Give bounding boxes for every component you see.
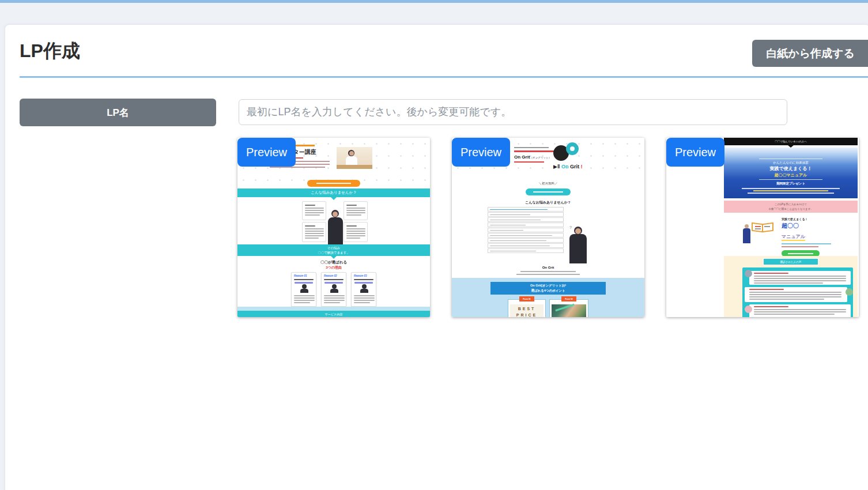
t2-typing-photo	[552, 304, 586, 317]
t1-cta-button	[307, 180, 360, 187]
t3-voices-banner: 購読された人の声	[763, 258, 818, 265]
t2-logo-text: ▶ǁ On Grit !	[553, 164, 582, 169]
t3-voices-section: 購読された人の声	[724, 256, 858, 317]
t3-offer-lead: 実践で使えまくる！	[782, 217, 845, 221]
t3-pink-banner: このLPを手に入れるだけで 今後〇〇に困ることはなくなります。	[724, 201, 858, 213]
t3-top-banner: 〇〇で悩んでいる○○の人へ	[724, 138, 858, 145]
t3-hero-line2: 実践で使えまくる！	[724, 165, 858, 172]
t1-reason-card-2: Reason 02	[321, 272, 346, 307]
t3-content: 〇〇で悩んでいる○○の人へ かんたんなのに効果抜群 実践で使えまくる！ 超〇〇マ…	[724, 138, 858, 317]
t2-worries-heading: こんなお悩みありませんか？	[452, 200, 644, 205]
preview-button-3[interactable]: Preview	[666, 138, 724, 167]
template-thumbnail-master-course[interactable]: Preview 〇〇マスター講座	[237, 138, 430, 317]
t3-offer-text: 実践で使えまくる！ 超〇〇 マニュアル	[782, 217, 845, 257]
main-panel: LP作成 白紙から作成する LP名 Preview 〇〇マスター講座	[5, 24, 868, 490]
preview-button-2[interactable]: Preview	[452, 138, 510, 167]
t3-voices-card	[742, 267, 853, 317]
t1-worries-banner: こんな悩みありませんか？	[237, 189, 430, 197]
t3-book-illustration	[742, 222, 776, 247]
t1-lightblue-strip	[237, 307, 430, 311]
t3-hero-section: かんたんなのに効果抜群 実践で使えまくる！ 超〇〇マニュアル 期間限定プレゼント	[724, 148, 858, 198]
lp-name-label: LP名	[20, 99, 216, 126]
t1-hero-photo	[337, 147, 372, 169]
t2-brand-title: On Grit	[514, 154, 530, 160]
t2-worries-list	[488, 207, 564, 254]
t1-reason-card-1: Reason 01	[291, 272, 316, 307]
t2-about-text: On Grit	[452, 266, 644, 275]
page-title: LP作成	[20, 39, 80, 64]
title-divider	[20, 76, 868, 78]
t3-offer-section: 実践で使えまくる！ 超〇〇 マニュアル	[724, 213, 858, 256]
t2-logo-mark	[553, 142, 590, 163]
preview-button-1[interactable]: Preview	[237, 138, 296, 167]
create-blank-button[interactable]: 白紙から作成する	[752, 40, 868, 67]
t1-reason-card-3: Reason 03	[351, 272, 376, 307]
t2-best-price-photo: BEST PRICE	[510, 304, 544, 317]
t1-thinking-woman-photo	[327, 210, 344, 244]
t1-reasons-section: 〇〇が選ばれる 3つの理由 Reason 01 Reason 02	[237, 256, 430, 307]
t2-points-section: On Grit[オングリット]が 選ばれる4つのポイント Point 01 BE…	[452, 278, 644, 317]
template-thumbnail-on-grit[interactable]: Preview On Grit（オングリット） ▶ǁ On	[452, 138, 644, 317]
template-thumbnail-manual[interactable]: Preview 〇〇で悩んでいる○○の人へ かんたんなのに効果抜群 実践で使えま…	[666, 138, 859, 317]
t3-offer-title-sub: マニュアル	[782, 233, 805, 241]
t2-cta-button	[526, 189, 571, 195]
t1-reasons-heading: 〇〇が選ばれる	[237, 260, 430, 265]
t1-worries-section	[237, 197, 430, 244]
t1-reasons-sub: 3つの理由	[237, 265, 430, 270]
t2-point-card-1: Point 01 BEST PRICE	[508, 299, 546, 317]
t1-footer-banner: サービス内容	[237, 311, 430, 317]
lp-name-input[interactable]	[239, 99, 787, 125]
t3-present-heading: 期間限定プレゼント	[724, 182, 858, 186]
t3-hero-line3: 超〇〇マニュアル	[724, 172, 858, 178]
template-gallery: Preview 〇〇マスター講座	[237, 138, 859, 317]
t3-offer-title-main: 超〇〇	[782, 222, 845, 230]
t2-point-card-2: Point 02	[549, 299, 588, 317]
t2-points-banner: On Grit[オングリット]が 選ばれる4つのポイント	[490, 282, 606, 295]
top-accent-bar	[0, 0, 868, 3]
t2-thinking-woman-photo: ?	[565, 225, 589, 263]
t2-campaign-note: ＼初月無料／	[452, 182, 644, 186]
t1-solve-banner: その悩み 〇〇で解決できます。	[237, 244, 430, 256]
t3-hero-line1: かんたんなのに効果抜群	[724, 161, 858, 165]
